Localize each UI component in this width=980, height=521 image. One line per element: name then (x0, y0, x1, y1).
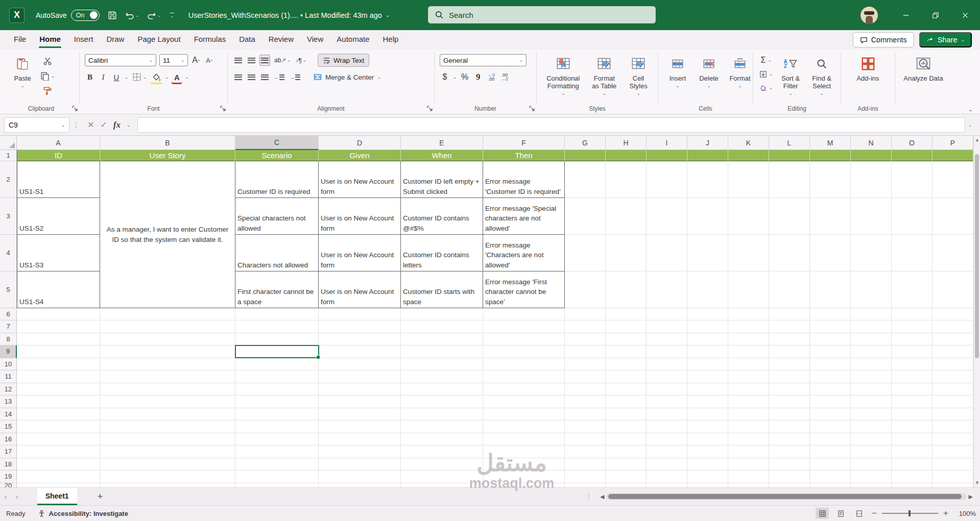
cell-F13[interactable] (483, 395, 565, 408)
save-button[interactable] (108, 11, 117, 20)
tab-review[interactable]: Review (262, 30, 300, 49)
cell-M16[interactable] (810, 433, 851, 446)
cell-C18[interactable] (235, 458, 319, 471)
cell-B20[interactable] (100, 483, 235, 488)
cell-B9[interactable] (100, 345, 235, 358)
decrease-decimal-button[interactable]: .00→0 (499, 71, 510, 83)
cell-F18[interactable] (483, 458, 565, 471)
cell-I16[interactable] (647, 433, 687, 446)
close-button[interactable] (950, 0, 980, 30)
decrease-font-size-button[interactable]: A˅ (204, 55, 214, 66)
cell-C5[interactable]: First character cannot be a space (235, 271, 319, 308)
cell-O15[interactable] (892, 420, 933, 433)
cell-P19[interactable] (933, 470, 973, 483)
cell-H13[interactable] (606, 395, 647, 408)
cell-K6[interactable] (728, 308, 769, 320)
cell-K8[interactable] (728, 333, 769, 346)
cell-P15[interactable] (933, 420, 973, 433)
cell-A9[interactable] (17, 345, 100, 358)
cut-button[interactable] (39, 56, 56, 67)
font-dialog-launcher[interactable] (220, 105, 226, 112)
row-header-6[interactable]: 6 (0, 308, 17, 320)
cell-F14[interactable] (483, 408, 565, 421)
format-cells-button[interactable]: Format⌄ (726, 54, 754, 91)
cell-A6[interactable] (17, 308, 100, 320)
cell-C16[interactable] (235, 433, 319, 446)
increase-font-size-button[interactable]: A˄ (191, 55, 201, 66)
row-header-12[interactable]: 12 (0, 383, 17, 396)
scroll-left-arrow[interactable]: ◀ (600, 493, 604, 500)
row-header-13[interactable]: 13 (0, 395, 17, 408)
sheet-tab-sheet1[interactable]: Sheet1 (37, 488, 77, 505)
cell-J4[interactable] (687, 235, 728, 271)
cell-J17[interactable] (687, 445, 728, 458)
cell-O19[interactable] (892, 470, 933, 483)
cell-H1[interactable] (606, 150, 647, 161)
cell-O14[interactable] (892, 408, 933, 421)
cell-D8[interactable] (319, 333, 401, 346)
cell-P10[interactable] (933, 358, 973, 371)
column-header-D[interactable]: D (319, 136, 401, 150)
cell-I13[interactable] (647, 395, 687, 408)
cell-C13[interactable] (235, 395, 319, 408)
underline-dropdown-icon[interactable]: ⌄ (125, 75, 128, 80)
cell-G12[interactable] (565, 383, 606, 396)
cell-N11[interactable] (851, 370, 892, 383)
cell-M3[interactable] (810, 198, 851, 235)
accessibility-status[interactable]: Accessibility: Investigate (32, 510, 134, 517)
cell-A17[interactable] (17, 445, 100, 458)
scroll-down-arrow[interactable]: ▼ (975, 481, 979, 485)
excel-logo-icon[interactable]: X (9, 8, 25, 23)
cell-J1[interactable] (687, 150, 728, 161)
cell-M2[interactable] (810, 161, 851, 198)
cell-O16[interactable] (892, 433, 933, 446)
cell-N3[interactable] (851, 198, 892, 235)
cell-M9[interactable] (810, 345, 851, 358)
cell-E7[interactable] (401, 320, 483, 333)
cell-G18[interactable] (565, 458, 606, 471)
cell-styles-button[interactable]: Cell Styles⌄ (624, 54, 653, 99)
cell-E19[interactable] (401, 470, 483, 483)
cell-K9[interactable] (728, 345, 769, 358)
cell-K19[interactable] (728, 470, 769, 483)
cell-A20[interactable] (17, 483, 100, 488)
cell-C17[interactable] (235, 445, 319, 458)
column-header-H[interactable]: H (606, 136, 647, 150)
cell-F1[interactable]: Then (483, 150, 565, 161)
alignment-dialog-launcher[interactable] (426, 105, 433, 112)
cell-D15[interactable] (319, 420, 401, 433)
cell-B6[interactable] (100, 308, 235, 320)
cell-A1[interactable]: ID (17, 150, 100, 161)
cell-D16[interactable] (319, 433, 401, 446)
cell-G5[interactable] (565, 271, 606, 308)
expand-formula-bar-icon[interactable]: ⌄ (968, 122, 972, 128)
row-header-7[interactable]: 7 (0, 320, 17, 333)
cell-B17[interactable] (100, 445, 235, 458)
cell-I17[interactable] (647, 445, 687, 458)
cell-M1[interactable] (810, 150, 851, 161)
cell-K13[interactable] (728, 395, 769, 408)
cell-B2-merged-user-story[interactable]: As a manager, I want to enter Customer I… (100, 161, 235, 308)
column-header-J[interactable]: J (687, 136, 728, 150)
cell-J5[interactable] (687, 271, 728, 308)
cell-A3[interactable]: US1-S2 (17, 198, 100, 235)
tab-file[interactable]: File (7, 30, 33, 49)
row-header-14[interactable]: 14 (0, 408, 17, 421)
formula-bar-splitter[interactable]: ⋮ (73, 121, 80, 129)
cell-H4[interactable] (606, 235, 647, 271)
horizontal-scroll-track[interactable] (606, 493, 966, 500)
comments-button[interactable]: Comments (853, 32, 914, 47)
cell-E5[interactable]: Customer ID starts with space (401, 271, 483, 308)
cell-I7[interactable] (647, 320, 687, 333)
row-header-9[interactable]: 9 (0, 345, 17, 358)
cell-J20[interactable] (687, 483, 728, 488)
select-all-corner[interactable] (0, 136, 17, 150)
cell-K12[interactable] (728, 383, 769, 396)
increase-decimal-button[interactable]: ←0.00 (486, 71, 496, 83)
cell-A15[interactable] (17, 420, 100, 433)
cell-P9[interactable] (933, 345, 973, 358)
vertical-scrollbar[interactable]: ▲ ▼ (973, 136, 980, 487)
cell-G19[interactable] (565, 470, 606, 483)
cell-C2[interactable]: Customer ID is required (235, 161, 319, 198)
cell-L17[interactable] (769, 445, 810, 458)
